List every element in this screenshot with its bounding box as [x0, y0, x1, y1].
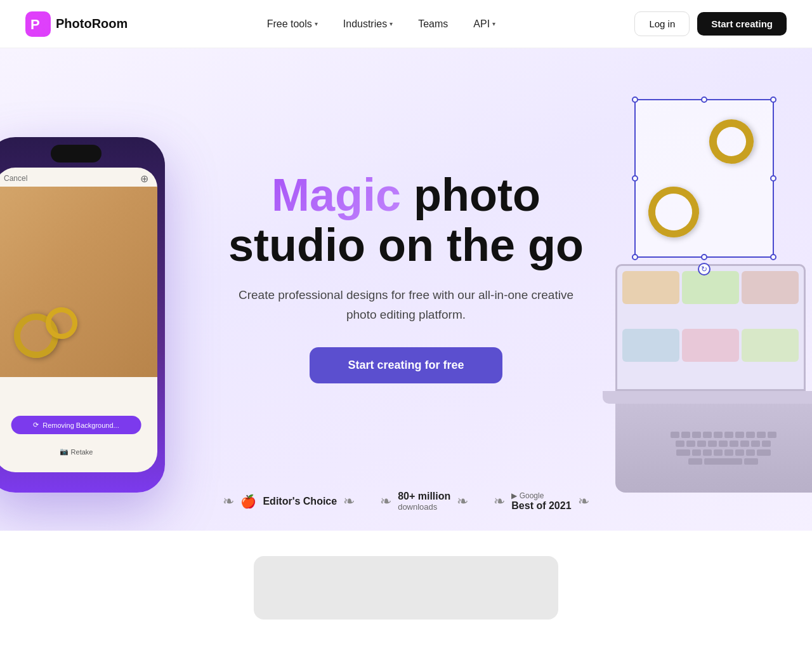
login-button[interactable]: Log in	[634, 11, 690, 36]
hero-subtext: Create professional designs for free wit…	[228, 286, 584, 324]
nav-industries-label: Industries	[343, 18, 387, 30]
phone-image-area	[0, 187, 157, 377]
key	[697, 441, 706, 447]
key	[692, 432, 701, 438]
laptop-base	[603, 391, 812, 404]
downloads-sub: downloads	[398, 502, 450, 512]
hero-content: Magic photostudio on the go Create profe…	[216, 119, 596, 460]
key	[757, 449, 771, 456]
google-label: ▶ Google	[511, 491, 571, 500]
key	[724, 449, 733, 456]
laurel-right: ❧	[457, 493, 468, 510]
key	[744, 458, 758, 465]
handle-bl[interactable]	[632, 254, 638, 260]
chevron-down-icon: ▾	[315, 20, 318, 27]
nav-free-tools[interactable]: Free tools ▾	[257, 13, 328, 35]
logo-text: PhotoRoom	[56, 17, 128, 31]
key	[740, 441, 749, 447]
laurel-left: ❧	[380, 493, 391, 510]
svg-text:P: P	[30, 17, 40, 32]
rotate-handle[interactable]: ↻	[698, 263, 710, 275]
nav-teams[interactable]: Teams	[408, 13, 458, 35]
key	[714, 449, 723, 456]
navbar: P PhotoRoom Free tools ▾ Industries ▾ Te…	[0, 0, 812, 48]
camera-icon: 📷	[60, 448, 69, 456]
laurel-left: ❧	[494, 493, 505, 510]
hero-cta-button[interactable]: Start creating for free	[310, 347, 502, 383]
key	[686, 441, 695, 447]
key	[703, 432, 712, 438]
spinner-icon: ⟳	[33, 421, 39, 429]
handle-mr[interactable]	[770, 175, 776, 182]
start-creating-button[interactable]: Start creating	[697, 12, 787, 36]
key	[751, 441, 760, 447]
key	[681, 432, 690, 438]
handle-tl[interactable]	[632, 96, 638, 103]
award-editors-choice: ❧ 🍎 Editor's Choice ❧	[223, 493, 355, 510]
chevron-down-icon: ▾	[492, 20, 495, 27]
key	[703, 449, 712, 456]
key	[757, 432, 766, 438]
chevron-down-icon: ▾	[390, 20, 393, 27]
selection-frame: ↻	[634, 99, 774, 258]
photoroom-logo-icon: P	[25, 11, 51, 37]
editors-choice-title: Editor's Choice	[263, 496, 337, 507]
key	[746, 432, 755, 438]
award-downloads: ❧ 80+ million downloads ❧	[380, 491, 468, 512]
nav-free-tools-label: Free tools	[267, 18, 312, 30]
nav-teams-label: Teams	[418, 18, 448, 30]
key	[762, 441, 771, 447]
phone-cancel-label: Cancel	[4, 174, 27, 183]
key	[708, 441, 717, 447]
phone-notch	[51, 145, 102, 162]
google-award-title: Best of 2021	[511, 500, 571, 512]
handle-ml[interactable]	[632, 175, 638, 182]
earring-gold-2	[643, 181, 705, 243]
hero-headline: Magic photostudio on the go	[228, 170, 584, 270]
key	[724, 432, 733, 438]
laptop-thumbnail	[742, 329, 799, 362]
nav-api[interactable]: API ▾	[463, 13, 506, 35]
key	[688, 458, 702, 465]
nav-api-label: API	[473, 18, 490, 30]
handle-br[interactable]	[770, 254, 776, 260]
key	[735, 432, 744, 438]
key	[676, 449, 690, 456]
laptop-keyboard	[615, 404, 812, 493]
navbar-actions: Log in Start creating	[634, 11, 787, 36]
spacebar	[704, 458, 742, 465]
nav-industries[interactable]: Industries ▾	[333, 13, 403, 35]
key	[676, 441, 684, 447]
laurel-right: ❧	[578, 493, 589, 510]
earrings-float-frame: ↻	[634, 99, 787, 277]
laptop-screen	[615, 264, 806, 391]
removing-background-indicator: ⟳ Removing Background...	[11, 416, 141, 434]
earring-gold-1	[703, 113, 760, 170]
laptop-mockup	[615, 264, 812, 493]
handle-tr[interactable]	[770, 96, 776, 103]
awards-bar: ❧ 🍎 Editor's Choice ❧ ❧ 80+ million down…	[223, 491, 589, 512]
retake-button[interactable]: 📷 Retake	[60, 448, 93, 456]
handle-tm[interactable]	[701, 96, 707, 103]
logo-area[interactable]: P PhotoRoom	[25, 11, 128, 37]
downloads-title: 80+ million	[398, 491, 450, 502]
key	[714, 432, 723, 438]
removing-bg-label: Removing Background...	[43, 421, 119, 429]
key	[692, 449, 701, 456]
key	[671, 432, 679, 438]
nav-links: Free tools ▾ Industries ▾ Teams API ▾	[257, 13, 506, 35]
key	[768, 432, 776, 438]
handle-bm[interactable]	[701, 254, 707, 260]
laurel-left: ❧	[223, 493, 234, 510]
hero-section: Cancel ⊕ ⟳ Removing Background... 📷 Reta…	[0, 48, 812, 531]
laptop-thumbnail	[682, 329, 739, 362]
key	[746, 449, 755, 456]
hero-headline-magic: Magic	[272, 169, 401, 220]
placeholder-card	[254, 556, 558, 620]
laurel-right: ❧	[343, 493, 355, 510]
phone-mockup: Cancel ⊕ ⟳ Removing Background... 📷 Reta…	[0, 137, 178, 493]
award-google: ❧ ▶ Google Best of 2021 ❧	[494, 491, 589, 512]
phone-screen: Cancel ⊕ ⟳ Removing Background... 📷 Reta…	[0, 168, 157, 472]
apple-icon: 🍎	[240, 494, 256, 509]
phone-search-icon: ⊕	[140, 173, 148, 185]
